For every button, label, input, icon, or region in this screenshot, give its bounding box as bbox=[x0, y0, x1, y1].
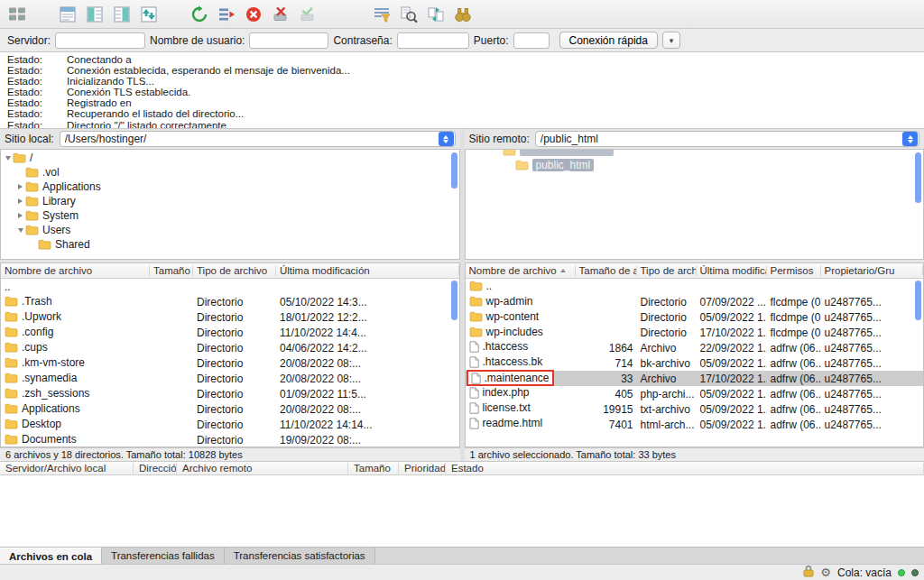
toggle-queue-icon[interactable] bbox=[137, 4, 161, 25]
status-led-dark bbox=[911, 569, 919, 576]
queue-column-remote-file[interactable]: Archivo remoto bbox=[177, 463, 348, 474]
server-input[interactable] bbox=[55, 32, 145, 49]
username-input[interactable] bbox=[249, 32, 328, 49]
file-modified: 22/09/2022 1... bbox=[697, 342, 767, 354]
remote-files-scrollbar[interactable] bbox=[915, 281, 921, 320]
queue-tab[interactable]: Transferencias fallidas bbox=[102, 548, 225, 564]
file-row[interactable]: .cups Directorio 04/06/2022 14:2... bbox=[1, 340, 459, 355]
file-row[interactable]: wp-includes Directorio 17/10/2022 1... f… bbox=[466, 325, 924, 340]
compare-icon[interactable] bbox=[397, 4, 420, 25]
column-header-owner[interactable]: Propietario/Gru bbox=[821, 265, 924, 276]
remote-tree-item[interactable] bbox=[466, 149, 924, 158]
toggle-local-tree-icon[interactable] bbox=[83, 4, 106, 25]
file-owner: u2487765... bbox=[821, 327, 924, 339]
file-row[interactable]: Applications Directorio 20/08/2022 08:..… bbox=[1, 401, 459, 417]
file-row[interactable]: .. bbox=[466, 279, 924, 294]
file-row[interactable]: .maintenance 33 Archivo 17/10/2022 1... … bbox=[466, 371, 924, 386]
queue-column-status[interactable]: Estado bbox=[446, 463, 924, 474]
remote-panel: Sitio remoto: /public_html bbox=[465, 129, 924, 461]
file-modified: 05/09/2022 1... bbox=[697, 388, 767, 400]
remote-file-rows: .. wp-admin bbox=[466, 279, 924, 447]
queue-column-size[interactable]: Tamaño bbox=[348, 463, 399, 474]
file-row[interactable]: .km-vm-store Directorio 20/08/2022 08:..… bbox=[1, 355, 459, 371]
find-icon[interactable] bbox=[451, 4, 475, 25]
local-tree-item[interactable]: Library bbox=[1, 194, 459, 208]
column-header-size[interactable]: Tamaño de arc bbox=[150, 265, 193, 276]
filter-icon[interactable] bbox=[370, 4, 393, 25]
remote-status-text: 1 archivo seleccionado. Tamaño total: 33… bbox=[465, 447, 924, 461]
column-header-modified[interactable]: Última modificació bbox=[697, 265, 767, 276]
cancel-icon[interactable] bbox=[242, 4, 265, 25]
status-log-label: Estado: bbox=[7, 76, 67, 87]
queue-tab[interactable]: Transferencias satisfactorias bbox=[225, 548, 375, 564]
local-tree-item[interactable]: Shared bbox=[1, 237, 459, 252]
refresh-icon[interactable] bbox=[188, 4, 211, 25]
local-tree-item[interactable]: System bbox=[1, 208, 459, 223]
column-header-name[interactable]: Nombre de archivo bbox=[466, 265, 576, 276]
sync-browsing-icon[interactable] bbox=[424, 4, 448, 25]
site-manager-icon[interactable] bbox=[5, 4, 29, 25]
file-row[interactable]: .htaccess.bk 714 bk-archivo 05/09/2022 1… bbox=[466, 355, 924, 371]
status-log-message: Recuperando el listado del directorio... bbox=[67, 108, 244, 119]
file-modified: 05/09/2022 1... bbox=[697, 403, 767, 416]
column-header-type[interactable]: Tipo de archivi bbox=[637, 265, 697, 276]
file-row[interactable]: Documents Directorio 19/09/2022 08:... bbox=[1, 432, 459, 447]
column-header-type[interactable]: Tipo de archivo bbox=[193, 265, 276, 276]
disconnect-icon[interactable] bbox=[269, 4, 292, 25]
remote-tree-item[interactable]: public_html bbox=[466, 158, 924, 172]
file-row[interactable]: .config Directorio 11/10/2022 14:4... bbox=[1, 325, 459, 340]
remote-site-label: Sitio remoto: bbox=[469, 133, 530, 145]
queue-header: Servidor/Archivo local Dirección Archivo… bbox=[0, 461, 924, 475]
file-modified: 11/10/2022 14:4... bbox=[276, 327, 459, 339]
local-tree-item[interactable]: .vol bbox=[1, 165, 459, 180]
local-path-combobox[interactable]: /Users/hostinger/ bbox=[60, 131, 456, 147]
local-path-dropdown-icon[interactable] bbox=[439, 132, 454, 146]
file-name-cell: .. bbox=[469, 280, 493, 292]
file-name: .htaccess bbox=[483, 340, 529, 353]
gear-icon[interactable]: ⚙ bbox=[820, 566, 831, 578]
remote-path-combobox[interactable]: /public_html bbox=[535, 131, 919, 147]
file-row[interactable]: readme.html 7401 html-arch... 05/09/2022… bbox=[466, 417, 924, 432]
column-header-size[interactable]: Tamaño de ar bbox=[576, 265, 637, 276]
file-row[interactable]: wp-content Directorio 05/09/2022 1... fl… bbox=[466, 309, 924, 325]
file-row[interactable]: .. bbox=[1, 279, 459, 294]
remote-file-list-header: Nombre de archivo Tamaño de ar Tipo de a… bbox=[466, 263, 924, 279]
file-row[interactable]: .synamedia Directorio 20/08/2022 08:... bbox=[1, 371, 459, 386]
file-row[interactable]: .Upwork Directorio 18/01/2022 12:2... bbox=[1, 309, 459, 325]
local-tree-item[interactable]: / bbox=[1, 151, 459, 165]
local-tree-item[interactable]: Users bbox=[1, 223, 459, 237]
file-modified: 01/09/2022 11:5... bbox=[276, 388, 459, 400]
port-input[interactable] bbox=[513, 32, 550, 49]
queue-column-priority[interactable]: Prioridad bbox=[399, 463, 446, 474]
remote-path-dropdown-icon[interactable] bbox=[902, 132, 918, 146]
local-files-scrollbar[interactable] bbox=[451, 281, 457, 320]
lock-icon[interactable] bbox=[803, 565, 814, 580]
remote-tree-scrollbar[interactable] bbox=[915, 152, 921, 203]
file-row[interactable]: index.php 405 php-archi... 05/09/2022 1.… bbox=[466, 386, 924, 401]
quickconnect-button[interactable]: Conexión rápida bbox=[559, 32, 658, 49]
file-size: 19915 bbox=[576, 403, 637, 416]
local-tree-item[interactable]: Applications bbox=[1, 180, 459, 194]
toggle-log-icon[interactable] bbox=[56, 4, 79, 25]
reconnect-icon[interactable] bbox=[296, 4, 319, 25]
file-row[interactable]: wp-admin Directorio 07/09/2022 ... flcdm… bbox=[466, 294, 924, 309]
column-header-modified[interactable]: Última modificación bbox=[276, 265, 459, 276]
column-header-permissions[interactable]: Permisos bbox=[767, 265, 821, 276]
file-row[interactable]: .zsh_sessions Directorio 01/09/2022 11:5… bbox=[1, 386, 459, 401]
local-tree-scrollbar[interactable] bbox=[451, 152, 457, 189]
password-input[interactable] bbox=[397, 32, 469, 49]
file-name: .Trash bbox=[22, 295, 52, 308]
queue-tab[interactable]: Archivos en cola bbox=[0, 548, 102, 564]
file-row[interactable]: .htaccess 1864 Archivo 22/09/2022 1... a… bbox=[466, 340, 924, 355]
file-icon bbox=[469, 387, 479, 399]
queue-column-direction[interactable]: Dirección bbox=[134, 463, 177, 474]
file-row[interactable]: .Trash Directorio 05/10/2022 14:3... bbox=[1, 294, 459, 309]
toggle-remote-tree-icon[interactable] bbox=[110, 4, 134, 25]
quickconnect-dropdown-icon[interactable]: ▾ bbox=[662, 32, 680, 49]
file-row[interactable]: license.txt 19915 txt-archivo 05/09/2022… bbox=[466, 401, 924, 417]
file-modified: 04/06/2022 14:2... bbox=[276, 342, 459, 354]
file-row[interactable]: Desktop Directorio 11/10/2022 14:14... bbox=[1, 417, 459, 432]
queue-column-local-file[interactable]: Servidor/Archivo local bbox=[0, 463, 134, 474]
process-queue-icon[interactable] bbox=[215, 4, 238, 25]
column-header-name[interactable]: Nombre de archivo bbox=[1, 265, 150, 276]
